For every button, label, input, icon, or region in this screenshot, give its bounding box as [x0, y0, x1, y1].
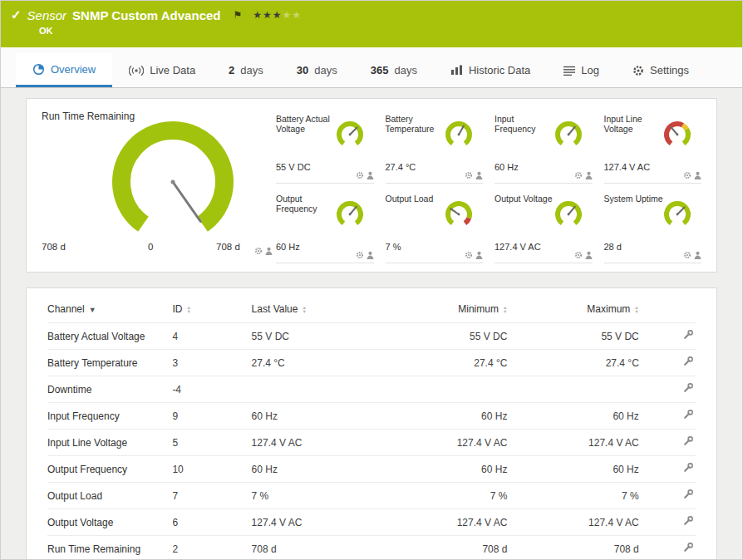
channel-settings-button[interactable]	[682, 435, 694, 449]
wrench-icon	[682, 462, 694, 474]
prtg-sensor-page: ✓ Sensor SNMP Custom Advanced ⚑ ★★★★★ OK…	[0, 0, 743, 560]
col-label: Minimum	[458, 303, 499, 315]
gauge-tile-output-voltage[interactable]: Output Voltage 127.4 V AC	[495, 189, 593, 263]
channel-settings-button[interactable]	[682, 356, 694, 370]
gauge-tile-input-frequency[interactable]: Input Frequency 60 Hz	[495, 109, 593, 184]
log-list-icon	[563, 66, 575, 76]
gear-icon[interactable]	[683, 171, 691, 179]
person-icon[interactable]	[367, 171, 374, 179]
gear-icon[interactable]	[574, 171, 583, 179]
cell-id: -4	[172, 376, 251, 403]
person-icon[interactable]	[265, 247, 273, 255]
sensor-name: SNMP Custom Advanced	[72, 8, 220, 22]
tab-live-data[interactable]: Live Data	[112, 53, 212, 87]
table-header-row: Channel▼ ID▲▼ Last Value▲▼ Minimum▲▼ Max…	[47, 298, 696, 323]
cell-last-value: 60 Hz	[252, 456, 385, 483]
person-icon[interactable]	[694, 171, 701, 179]
col-maximum[interactable]: Maximum▲▼	[514, 298, 645, 323]
tab-365-days[interactable]: 365 days	[354, 53, 434, 87]
table-row: Input Line Voltage 5 127.4 V AC 127.4 V …	[47, 430, 696, 456]
gauge-tile-battery-temperature[interactable]: Battery Temperature 27.4 °C	[386, 109, 484, 184]
cell-maximum: 60 Hz	[514, 456, 645, 483]
person-icon[interactable]	[585, 171, 593, 179]
gauge-dial	[660, 116, 695, 150]
gauge-dial	[441, 196, 476, 229]
wrench-icon	[682, 329, 694, 341]
gauge-tile-system-uptime[interactable]: System Uptime 28 d	[604, 189, 702, 263]
person-icon[interactable]	[475, 251, 483, 259]
person-icon[interactable]	[585, 251, 593, 259]
channel-settings-button[interactable]	[682, 409, 694, 423]
gauge-tile-battery-actual-voltage[interactable]: Battery Actual Voltage 55 V DC	[276, 109, 374, 184]
sort-desc-icon: ▼	[89, 306, 96, 314]
col-channel[interactable]: Channel▼	[47, 298, 172, 323]
cell-tools	[646, 536, 696, 560]
table-row: Output Frequency 10 60 Hz 60 Hz 60 Hz	[47, 456, 696, 483]
person-icon[interactable]	[475, 171, 483, 179]
table-row: Output Voltage 6 127.4 V AC 127.4 V AC 1…	[47, 509, 696, 536]
tab-historic-data[interactable]: Historic Data	[434, 53, 547, 87]
gear-icon[interactable]	[465, 171, 473, 179]
cell-id: 5	[172, 430, 251, 456]
channel-settings-button[interactable]	[682, 329, 694, 343]
gauge-tile-output-frequency[interactable]: Output Frequency 60 Hz	[276, 189, 374, 263]
channel-settings-button[interactable]	[682, 542, 694, 556]
cell-minimum: 55 V DC	[385, 323, 514, 350]
col-minimum[interactable]: Minimum▲▼	[385, 298, 514, 323]
col-label: Maximum	[587, 303, 630, 315]
gauge-mini-icons	[465, 171, 483, 179]
stars-empty: ★★	[283, 9, 303, 21]
cell-tools	[646, 509, 696, 536]
gauge-tile-output-load[interactable]: Output Load 7 %	[386, 189, 484, 263]
main-gauge-tile[interactable]: Run Time Remaining 708 d 0 708 d	[42, 107, 276, 263]
tab-log[interactable]: Log	[547, 53, 616, 87]
tab-settings[interactable]: Settings	[616, 53, 706, 87]
cell-minimum: 60 Hz	[385, 456, 514, 483]
cell-id: 2	[172, 536, 251, 560]
channel-settings-button[interactable]	[682, 382, 694, 396]
col-id[interactable]: ID▲▼	[172, 298, 251, 323]
gauges-panel: Run Time Remaining 708 d 0 708 d Battery…	[26, 98, 717, 273]
tab-number: 2	[229, 64, 234, 76]
gear-icon[interactable]	[254, 247, 263, 255]
cell-tools	[646, 430, 696, 456]
cell-last-value: 60 Hz	[252, 403, 385, 430]
gauge-value: 27.4 °C	[386, 162, 416, 172]
wrench-icon	[682, 356, 694, 367]
gauge-tile-input-line-voltage[interactable]: Input Line Voltage 127.4 V AC	[604, 109, 702, 184]
cell-channel: Output Voltage	[47, 509, 172, 536]
cell-channel: Battery Temperature	[47, 350, 172, 376]
col-last-value[interactable]: Last Value▲▼	[252, 298, 385, 323]
person-icon[interactable]	[367, 251, 374, 259]
channel-settings-button[interactable]	[682, 489, 694, 503]
col-label: Last Value	[252, 303, 298, 315]
gear-icon[interactable]	[356, 171, 364, 179]
stars-filled: ★★★	[253, 9, 282, 21]
tab-30-days[interactable]: 30 days	[280, 53, 354, 87]
channel-settings-button[interactable]	[682, 515, 694, 529]
wrench-icon	[682, 489, 694, 500]
cell-maximum: 55 V DC	[514, 323, 645, 350]
table-row: Output Load 7 7 % 7 % 7 %	[47, 483, 696, 509]
sort-icon: ▲▼	[186, 306, 190, 314]
person-icon[interactable]	[694, 251, 701, 259]
tab-label: days	[314, 64, 337, 76]
tab-overview[interactable]: Overview	[16, 53, 112, 87]
cell-id: 9	[172, 403, 251, 430]
tab-label: Settings	[650, 64, 689, 76]
wrench-icon	[682, 435, 694, 447]
flag-icon[interactable]: ⚑	[233, 9, 242, 21]
tab-2-days[interactable]: 2 days	[212, 53, 280, 87]
gear-icon[interactable]	[356, 251, 364, 259]
gear-icon[interactable]	[683, 251, 691, 259]
tab-label: days	[394, 64, 416, 76]
gear-icon[interactable]	[574, 251, 583, 259]
cell-id: 10	[172, 456, 251, 483]
gauge-mini-icons	[683, 251, 701, 259]
gauge-value: 127.4 V AC	[604, 162, 651, 172]
channel-settings-button[interactable]	[682, 462, 694, 476]
priority-stars[interactable]: ★★★★★	[253, 9, 302, 21]
gear-icon[interactable]	[465, 251, 473, 259]
gauge-value: 55 V DC	[276, 162, 311, 172]
tab-bar: Overview Live Data 2 days 30 days 365 da…	[1, 47, 742, 88]
